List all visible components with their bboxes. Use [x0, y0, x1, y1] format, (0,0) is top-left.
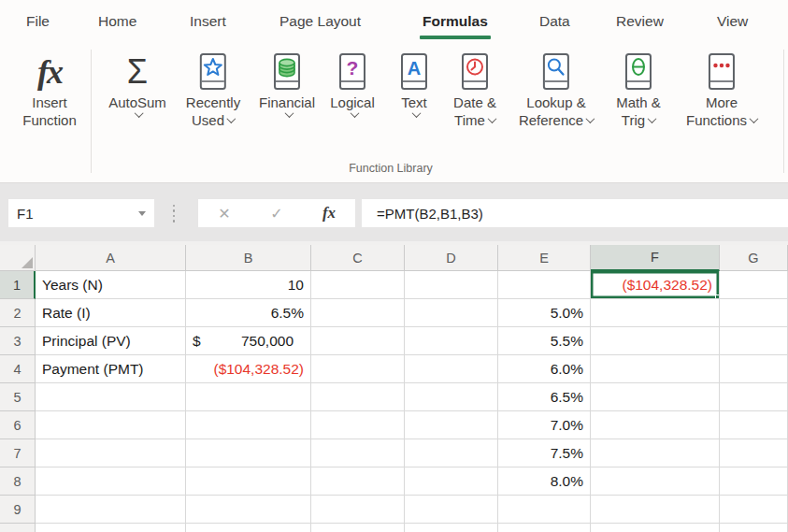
cell-D9[interactable]	[405, 496, 498, 524]
financial-button[interactable]: Financial	[255, 49, 319, 120]
cell-E9[interactable]	[498, 496, 591, 524]
cell-B4[interactable]: ($104,328.52)	[186, 355, 311, 383]
cell-C1[interactable]	[311, 271, 405, 299]
cell-C5[interactable]	[311, 383, 405, 411]
cell-A1[interactable]: Years (N)	[36, 271, 186, 299]
cell-G1[interactable]	[720, 271, 788, 299]
math-trig-button[interactable]: Math & Trig	[609, 49, 668, 131]
cell-D6[interactable]	[405, 411, 498, 439]
autosum-button[interactable]: Σ AutoSum	[105, 49, 170, 120]
cell-E7[interactable]: 7.5%	[498, 439, 591, 467]
cell-F6[interactable]	[591, 411, 720, 439]
cell-C9[interactable]	[311, 496, 405, 524]
formula-input[interactable]: =PMT(B2,B1,B3)	[362, 199, 788, 227]
row-header-5[interactable]: 5	[0, 383, 36, 411]
cell-D1[interactable]	[405, 271, 498, 299]
tab-file[interactable]: File	[26, 0, 50, 42]
tab-page-layout[interactable]: Page Layout	[279, 0, 361, 42]
cell-B3[interactable]: $750,000	[186, 327, 311, 355]
cell-G6[interactable]	[720, 411, 788, 439]
cell-C2[interactable]	[311, 299, 405, 327]
cell-A10[interactable]	[36, 524, 186, 532]
lookup-reference-button[interactable]: Lookup & Reference	[515, 49, 597, 131]
cell-F3[interactable]	[591, 327, 720, 355]
cancel-button[interactable]: ✕	[198, 205, 251, 223]
cell-E1[interactable]	[498, 271, 591, 299]
cell-B9[interactable]	[186, 496, 311, 524]
row-header-4[interactable]: 4	[0, 355, 36, 383]
cell-G3[interactable]	[720, 327, 788, 355]
row-header-6[interactable]: 6	[0, 411, 36, 439]
cell-B6[interactable]	[186, 411, 311, 439]
logical-button[interactable]: ? Logical	[322, 49, 382, 120]
cell-D7[interactable]	[405, 439, 498, 467]
cell-A5[interactable]	[36, 383, 186, 411]
cell-B8[interactable]	[186, 467, 311, 496]
text-button[interactable]: A Text	[384, 49, 444, 120]
cell-F5[interactable]	[591, 383, 720, 411]
tab-review[interactable]: Review	[616, 0, 664, 42]
tab-home[interactable]: Home	[98, 0, 136, 42]
name-box-dropdown-icon[interactable]	[138, 211, 146, 216]
cell-E2[interactable]: 5.0%	[498, 299, 591, 327]
cell-E5[interactable]: 6.5%	[498, 383, 591, 411]
cell-B5[interactable]	[186, 383, 311, 411]
cell-A2[interactable]: Rate (I)	[36, 299, 186, 327]
cell-A6[interactable]	[36, 411, 186, 439]
cell-G2[interactable]	[720, 299, 788, 327]
cell-F9[interactable]	[591, 496, 720, 524]
cell-C10[interactable]	[311, 524, 405, 532]
tab-view[interactable]: View	[717, 0, 748, 42]
cell-F2[interactable]	[591, 299, 720, 327]
row-header-10[interactable]	[0, 524, 36, 532]
cell-F7[interactable]	[591, 439, 720, 467]
date-time-button[interactable]: Date & Time	[445, 49, 505, 131]
enter-button[interactable]: ✓	[251, 205, 303, 223]
row-header-7[interactable]: 7	[0, 439, 36, 467]
cell-G7[interactable]	[720, 439, 788, 467]
cell-E6[interactable]: 7.0%	[498, 411, 591, 439]
cell-A7[interactable]	[36, 439, 186, 467]
column-header-F[interactable]: F	[591, 245, 720, 271]
fill-handle[interactable]	[715, 295, 720, 299]
column-header-A[interactable]: A	[36, 245, 186, 271]
cell-D8[interactable]	[405, 467, 498, 496]
cell-E8[interactable]: 8.0%	[498, 467, 591, 496]
name-box[interactable]: F1	[8, 199, 154, 227]
more-functions-button[interactable]: More Functions	[682, 49, 761, 131]
cell-A4[interactable]: Payment (PMT)	[36, 355, 186, 383]
cell-D3[interactable]	[405, 327, 498, 355]
cell-B10[interactable]	[186, 524, 311, 532]
row-header-8[interactable]: 8	[0, 467, 36, 496]
cell-F10[interactable]	[591, 524, 720, 532]
row-header-2[interactable]: 2	[0, 299, 36, 327]
cell-C7[interactable]	[311, 439, 405, 467]
select-all-button[interactable]	[0, 245, 36, 271]
row-header-3[interactable]: 3	[0, 327, 36, 355]
cell-G10[interactable]	[720, 524, 788, 532]
cell-E4[interactable]: 6.0%	[498, 355, 591, 383]
cell-C6[interactable]	[311, 411, 405, 439]
cell-D4[interactable]	[405, 355, 498, 383]
cell-G8[interactable]	[720, 467, 788, 496]
cell-C3[interactable]	[311, 327, 405, 355]
column-header-D[interactable]: D	[405, 245, 498, 271]
tab-insert[interactable]: Insert	[190, 0, 226, 42]
row-header-1[interactable]: 1	[0, 271, 36, 299]
column-header-C[interactable]: C	[311, 245, 405, 271]
cell-F4[interactable]	[591, 355, 720, 383]
cell-B7[interactable]	[186, 439, 311, 467]
recently-used-button[interactable]: Recently Used	[182, 49, 244, 131]
cell-D5[interactable]	[405, 383, 498, 411]
cell-A8[interactable]	[36, 467, 186, 496]
cell-G9[interactable]	[720, 496, 788, 524]
row-header-9[interactable]: 9	[0, 496, 36, 524]
cell-A9[interactable]	[36, 496, 186, 524]
cell-C4[interactable]	[311, 355, 405, 383]
cell-D2[interactable]	[405, 299, 498, 327]
cell-D10[interactable]	[405, 524, 498, 532]
column-header-E[interactable]: E	[498, 245, 591, 271]
cell-F8[interactable]	[591, 467, 720, 496]
tab-data[interactable]: Data	[539, 0, 570, 42]
cell-A3[interactable]: Principal (PV)	[36, 327, 186, 355]
